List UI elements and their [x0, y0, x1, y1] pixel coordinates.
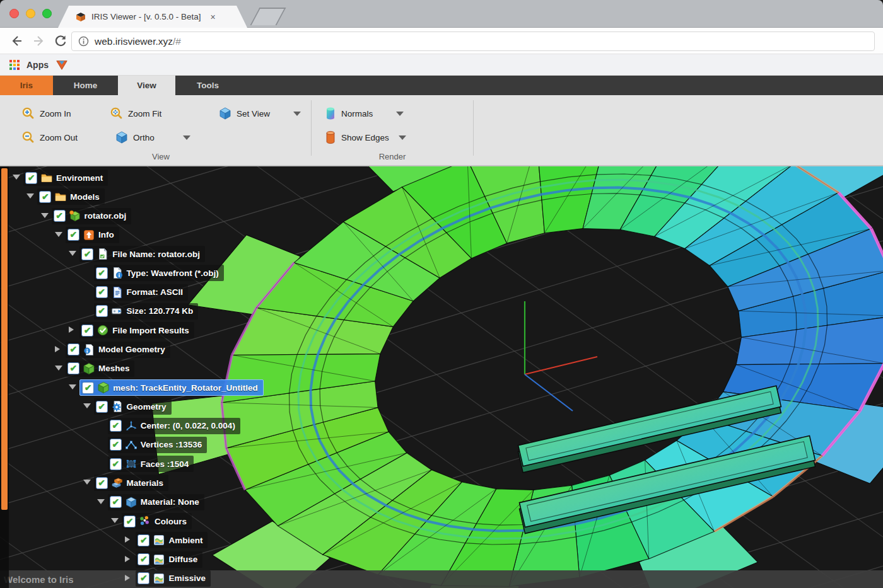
tree-item[interactable]: Materials: [94, 475, 169, 491]
tree-item[interactable]: Type: Wavefront (*.obj): [94, 265, 224, 281]
tree-item[interactable]: Info: [66, 227, 119, 243]
show-edges-button[interactable]: Show Edges: [324, 129, 406, 146]
tree-expand-icon[interactable]: [125, 536, 130, 543]
chevron-down-icon[interactable]: [396, 112, 404, 116]
tree-item[interactable]: Format: ASCII: [94, 284, 189, 301]
tree-collapse-icon[interactable]: [26, 193, 34, 199]
tree-row[interactable]: Materials: [0, 474, 883, 492]
close-window-button[interactable]: [9, 9, 19, 18]
checkbox-checked[interactable]: [110, 496, 122, 508]
zoom-in-button[interactable]: Zoom In: [21, 105, 71, 122]
checkbox-checked[interactable]: [96, 401, 108, 413]
tree-expand-icon[interactable]: [125, 556, 130, 562]
tree-item[interactable]: Center: (0, 0.022, 0.004): [108, 418, 240, 434]
tree-row[interactable]: Geometry: [0, 398, 883, 415]
checkbox-checked[interactable]: [110, 458, 122, 470]
tree-collapse-icon[interactable]: [55, 232, 62, 237]
tree-row[interactable]: Info: [0, 226, 883, 244]
back-icon[interactable]: [9, 33, 24, 49]
set-view-button[interactable]: Set View: [218, 105, 301, 122]
tree-row[interactable]: Diffuse: [0, 551, 883, 568]
tree-row[interactable]: Format: ASCII: [0, 284, 883, 301]
tree-row[interactable]: File Name: rotator.obj: [0, 245, 883, 263]
tree-collapse-icon[interactable]: [13, 175, 20, 180]
checkbox-checked[interactable]: [110, 420, 122, 432]
ortho-button[interactable]: Ortho: [115, 129, 190, 146]
tree-row[interactable]: Center: (0, 0.022, 0.004): [0, 417, 883, 435]
tree-collapse-icon[interactable]: [69, 384, 76, 389]
tree-item[interactable]: Models: [37, 188, 105, 205]
ribbon-tab-home[interactable]: Home: [53, 76, 118, 95]
tree-row[interactable]: rotator.obj: [0, 207, 883, 225]
tree-row[interactable]: Vertices :13536: [0, 436, 883, 454]
checkbox-checked[interactable]: [54, 210, 66, 222]
tree-item[interactable]: Colours: [122, 513, 192, 529]
tree-item[interactable]: Geometry: [94, 398, 172, 415]
apps-label[interactable]: Apps: [26, 60, 49, 70]
tree-collapse-icon[interactable]: [55, 366, 62, 371]
ribbon-tab-view[interactable]: View: [118, 76, 175, 95]
tree-expand-icon[interactable]: [125, 575, 130, 581]
tab-close-icon[interactable]: ×: [211, 12, 216, 22]
tree-item[interactable]: Enviroment: [23, 170, 108, 186]
ribbon-tab-iris[interactable]: Iris: [0, 76, 53, 95]
checkbox-checked[interactable]: [96, 267, 108, 279]
tree-collapse-icon[interactable]: [111, 518, 119, 523]
tree-item[interactable]: Emissive: [136, 570, 211, 587]
tree-row[interactable]: File Import Results: [0, 321, 883, 339]
checkbox-checked[interactable]: [39, 191, 51, 203]
checkbox-checked[interactable]: [137, 534, 149, 546]
tree-scrollbar-thumb[interactable]: [1, 168, 8, 510]
tree-item[interactable]: Vertices :13536: [108, 437, 208, 453]
address-bar[interactable]: web.irisviewer.xyz/#: [71, 32, 875, 51]
checkbox-checked[interactable]: [81, 325, 93, 337]
tree-item[interactable]: Material: None: [108, 494, 204, 510]
tree-collapse-icon[interactable]: [69, 251, 76, 256]
tree-item[interactable]: Diffuse: [136, 551, 202, 568]
tree-row[interactable]: mesh: TrackEntity_Rotator_Untitled: [0, 379, 883, 396]
checkbox-checked[interactable]: [67, 229, 79, 241]
chevron-down-icon[interactable]: [399, 135, 406, 140]
tree-collapse-icon[interactable]: [83, 480, 91, 485]
tree-item[interactable]: Size: 120.774 Kb: [94, 303, 199, 320]
maximize-window-button[interactable]: [42, 9, 52, 18]
active-browser-tab[interactable]: IRIS Viewer - [v. 0.5.0 - Beta] ×: [58, 6, 247, 28]
tree-row[interactable]: Colours: [0, 512, 883, 530]
tree-item[interactable]: rotator.obj: [52, 208, 132, 224]
tree-item[interactable]: File Import Results: [79, 322, 194, 338]
tree-item[interactable]: File Name: rotator.obj: [79, 246, 205, 262]
checkbox-checked[interactable]: [81, 248, 93, 260]
tree-row[interactable]: Type: Wavefront (*.obj): [0, 264, 883, 282]
checkbox-checked[interactable]: [67, 362, 79, 374]
tree-item[interactable]: Model Geometry: [66, 342, 170, 358]
tree-row[interactable]: Faces :1504: [0, 455, 883, 473]
tree-item[interactable]: Ambient: [136, 532, 208, 548]
ribbon-tab-tools[interactable]: Tools: [175, 76, 240, 95]
apps-grid-icon[interactable]: [9, 59, 20, 71]
checkbox-checked[interactable]: [96, 286, 108, 298]
tree-row[interactable]: Model Geometry: [0, 341, 883, 359]
tree-row[interactable]: Models: [0, 188, 883, 205]
checkbox-checked[interactable]: [82, 382, 94, 394]
checkbox-checked[interactable]: [110, 439, 122, 451]
tree-scrollbar-track[interactable]: [0, 166, 9, 588]
tree-collapse-icon[interactable]: [83, 403, 91, 408]
checkbox-checked[interactable]: [25, 172, 37, 184]
checkbox-checked[interactable]: [124, 516, 136, 527]
iris-bookmark-icon[interactable]: [55, 59, 69, 71]
tree-collapse-icon[interactable]: [41, 213, 49, 218]
tree-item[interactable]: mesh: TrackEntity_Rotator_Untitled: [79, 379, 264, 396]
zoom-fit-button[interactable]: Zoom Fit: [110, 105, 161, 122]
page-info-icon[interactable]: [78, 36, 89, 47]
tree-item[interactable]: Meshes: [66, 360, 135, 377]
tree-expand-icon[interactable]: [69, 326, 74, 333]
normals-button[interactable]: Normals: [324, 105, 404, 122]
tree-row[interactable]: Material: None: [0, 493, 883, 511]
tree-row[interactable]: Enviroment: [0, 169, 883, 187]
chevron-down-icon[interactable]: [293, 112, 301, 116]
checkbox-checked[interactable]: [96, 477, 108, 489]
minimize-window-button[interactable]: [26, 9, 35, 18]
chevron-down-icon[interactable]: [183, 135, 190, 140]
checkbox-checked[interactable]: [137, 553, 149, 565]
checkbox-checked[interactable]: [67, 343, 79, 355]
